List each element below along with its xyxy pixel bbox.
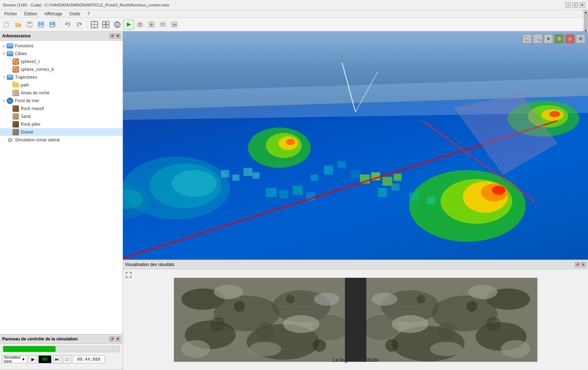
- tree-item-sphere2t[interactable]: sphere2_t: [0, 58, 123, 66]
- tree-item-gravel[interactable]: Gravel: [0, 128, 123, 136]
- svg-point-141: [437, 322, 455, 340]
- tree-item-simulation-sonar[interactable]: ⚙ Simulation sonar latéral: [0, 136, 123, 144]
- svg-point-110: [286, 295, 295, 303]
- menu-affichage[interactable]: Affichage: [42, 11, 65, 17]
- 3d-view-container[interactable]: X Y 🏠 🔍 + 🎨 🔒 ⚙: [123, 31, 588, 260]
- tree-item-fond[interactable]: ▽ Fond de mer: [0, 97, 123, 105]
- tree-item-spherecorne1b[interactable]: sphere_corne1_b: [0, 66, 123, 73]
- tree-item-amas[interactable]: Amas de roche: [0, 89, 123, 97]
- save-copy-button[interactable]: [24, 20, 35, 30]
- open-button[interactable]: [13, 20, 24, 30]
- label-cibles: Cibles: [15, 51, 27, 56]
- expand-gravel[interactable]: [7, 130, 12, 135]
- save-button[interactable]: [36, 20, 46, 30]
- svg-rect-70: [243, 168, 252, 176]
- sim-stop-button[interactable]: □: [63, 355, 71, 364]
- close-button[interactable]: ✕: [579, 2, 585, 8]
- sonar-left-panel: [174, 278, 345, 362]
- svg-point-137: [466, 301, 477, 312]
- label-sphere2t: sphere2_t: [21, 59, 40, 64]
- sim-close[interactable]: ✕: [115, 337, 120, 342]
- expand-fond[interactable]: ▽: [1, 98, 6, 103]
- svg-text:*: *: [54, 24, 55, 27]
- view3d-search[interactable]: 🔍: [533, 34, 542, 43]
- view-tool-2[interactable]: [100, 20, 111, 30]
- toolbar-tool-5[interactable]: [146, 20, 157, 30]
- toolbar-tool-6[interactable]: [158, 20, 168, 30]
- arborescence-close[interactable]: ✕: [115, 33, 120, 38]
- expand-rock-piles[interactable]: [7, 122, 12, 127]
- simulation-control-panel: Panneau de contrôle de la simulation 📌 ✕…: [0, 334, 123, 370]
- expand-sim-sonar[interactable]: [1, 137, 6, 142]
- label-fonctions: Fonctions: [15, 43, 33, 48]
- view3d-lock[interactable]: 🔒: [565, 34, 574, 43]
- play-icon: ▶: [31, 357, 35, 362]
- view-tool-3[interactable]: [112, 20, 123, 30]
- view3d-add[interactable]: +: [544, 34, 553, 43]
- viz-close[interactable]: ✕: [581, 262, 586, 267]
- menu-fichier[interactable]: Fichier: [1, 11, 20, 17]
- toolbar-tool-7[interactable]: [169, 20, 180, 30]
- expand-cibles[interactable]: ▽: [1, 51, 6, 56]
- svg-rect-74: [382, 177, 392, 186]
- arborescence-title: Arborescence: [2, 33, 31, 38]
- right-panel: X Y 🏠 🔍 + 🎨 🔒 ⚙ Visualisa: [123, 31, 588, 370]
- save-as-button[interactable]: *: [47, 20, 58, 30]
- expand-spherecorne1b[interactable]: [7, 67, 12, 72]
- svg-rect-61: [293, 186, 303, 195]
- arborescence-pin[interactable]: 📌: [109, 33, 114, 38]
- tree-item-trajectoires[interactable]: ▽ Trajectoires: [0, 73, 123, 81]
- label-rock-massif: Rock massif: [21, 106, 44, 111]
- tree-item-rock-piles[interactable]: Rock piles: [0, 120, 123, 128]
- svg-rect-75: [393, 174, 402, 181]
- viz-panel-header: Visualisation des résultats 📌 ✕: [123, 260, 588, 269]
- sim-next-button[interactable]: ⏭: [53, 355, 61, 364]
- svg-point-139: [486, 317, 501, 331]
- svg-rect-51: [324, 166, 333, 174]
- svg-rect-56: [391, 183, 399, 191]
- expand-trajectoires[interactable]: ▽: [1, 75, 6, 80]
- tree-item-cibles[interactable]: ▽ Cibles: [0, 50, 123, 58]
- expand-path[interactable]: [7, 83, 12, 88]
- svg-rect-60: [279, 190, 288, 198]
- tree-item-sand[interactable]: Sand: [0, 113, 123, 120]
- main-layout: Arborescence 📌 ✕ ▷ Fonctions ▽ Cibles: [0, 31, 588, 370]
- tree-item-fonctions[interactable]: ▷ Fonctions: [0, 42, 123, 50]
- label-amas: Amas de roche: [21, 90, 50, 95]
- view3d-color[interactable]: 🎨: [555, 34, 564, 43]
- minimize-button[interactable]: –: [565, 2, 571, 8]
- icon-sand: [12, 113, 19, 120]
- undo-button[interactable]: [62, 20, 73, 30]
- svg-rect-58: [427, 197, 435, 204]
- svg-point-122: [392, 315, 428, 333]
- play-button[interactable]: [123, 20, 134, 30]
- expand-viz-icon[interactable]: [125, 271, 132, 278]
- tree-item-path[interactable]: path: [0, 81, 123, 89]
- svg-point-65: [172, 170, 217, 197]
- redo-button[interactable]: [74, 20, 84, 30]
- view3d-settings[interactable]: ⚙: [576, 34, 585, 43]
- expand-amas[interactable]: [7, 90, 12, 95]
- maximize-button[interactable]: □: [572, 2, 578, 8]
- menu-outils[interactable]: Outils: [67, 11, 83, 17]
- menu-help[interactable]: ?: [84, 11, 93, 17]
- expand-rock-massif[interactable]: [7, 106, 12, 111]
- camera-button[interactable]: [135, 20, 145, 30]
- window-controls: – □ ✕: [565, 2, 585, 8]
- view-tool-1[interactable]: [89, 20, 100, 30]
- expand-fonctions[interactable]: ▷: [1, 43, 6, 48]
- label-sim-sonar: Simulation sonar latéral: [15, 137, 60, 142]
- view3d-home[interactable]: 🏠: [522, 34, 532, 43]
- sim-play-button[interactable]: ▶: [29, 355, 37, 364]
- new-button[interactable]: [1, 20, 12, 30]
- tree-item-rock-massif[interactable]: Rock massif: [0, 105, 123, 113]
- svg-point-47: [550, 111, 560, 118]
- simulation-dropdown[interactable]: Simulation sona ▼: [2, 355, 27, 363]
- viz-panel-controls: 📌 ✕: [575, 262, 586, 267]
- svg-rect-2: [28, 22, 31, 24]
- menu-edition[interactable]: Édition: [21, 11, 40, 17]
- sim-pin[interactable]: 📌: [109, 337, 114, 342]
- expand-sand[interactable]: [7, 114, 12, 119]
- viz-pin[interactable]: 📌: [575, 262, 580, 267]
- expand-sphere2t[interactable]: [7, 59, 12, 64]
